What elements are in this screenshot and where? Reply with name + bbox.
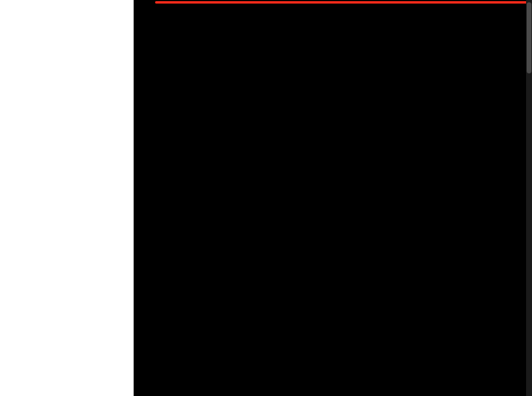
- code-content[interactable]: [154, 0, 532, 1]
- scrollbar[interactable]: [526, 0, 532, 396]
- code-editor[interactable]: [134, 0, 532, 396]
- scrollbar-thumb[interactable]: [527, 2, 531, 73]
- highlight-box: [155, 1, 528, 4]
- file-navigator[interactable]: [0, 0, 134, 396]
- line-gutter: [134, 0, 153, 1]
